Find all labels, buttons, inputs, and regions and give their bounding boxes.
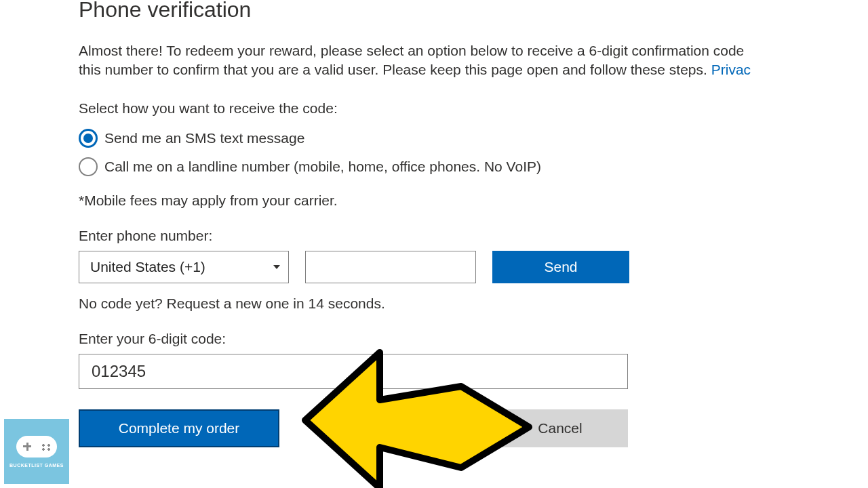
chevron-down-icon: [273, 265, 280, 269]
page-title: Phone verification: [79, 0, 868, 22]
complete-order-button[interactable]: Complete my order: [79, 409, 279, 447]
countdown-text: No code yet? Request a new one in 14 sec…: [79, 296, 868, 312]
controller-icon: [16, 436, 57, 458]
fees-note: *Mobile fees may apply from your carrier…: [79, 192, 868, 209]
country-select[interactable]: United States (+1): [79, 251, 289, 283]
privacy-link[interactable]: Privac: [711, 62, 751, 77]
delivery-method-group: Send me an SMS text message Call me on a…: [79, 129, 868, 176]
intro-text: Almost there! To redeem your reward, ple…: [79, 41, 868, 80]
phone-row: United States (+1) Send: [79, 251, 868, 283]
country-selected-value: United States (+1): [90, 259, 205, 275]
phone-number-input[interactable]: [305, 251, 476, 283]
intro-line1: Almost there! To redeem your reward, ple…: [79, 43, 744, 58]
send-button[interactable]: Send: [492, 251, 629, 283]
radio-label-sms: Send me an SMS text message: [104, 130, 304, 146]
intro-line2: this number to confirm that you are a va…: [79, 62, 711, 77]
code-label: Enter your 6-digit code:: [79, 331, 868, 347]
cancel-button[interactable]: Cancel: [492, 409, 628, 447]
radio-option-call[interactable]: Call me on a landline number (mobile, ho…: [79, 157, 868, 176]
radio-option-sms[interactable]: Send me an SMS text message: [79, 129, 868, 148]
phone-number-label: Enter phone number:: [79, 228, 868, 244]
action-buttons: Complete my order Cancel: [79, 409, 628, 447]
radio-label-call: Call me on a landline number (mobile, ho…: [104, 159, 541, 175]
radio-icon: [79, 129, 98, 148]
bucketlist-games-logo: BUCKETLIST GAMES: [4, 419, 69, 484]
radio-icon: [79, 157, 98, 176]
select-method-label: Select how you want to receive the code:: [79, 100, 868, 117]
verification-code-input[interactable]: [79, 354, 628, 389]
logo-text: BUCKETLIST GAMES: [9, 463, 64, 468]
